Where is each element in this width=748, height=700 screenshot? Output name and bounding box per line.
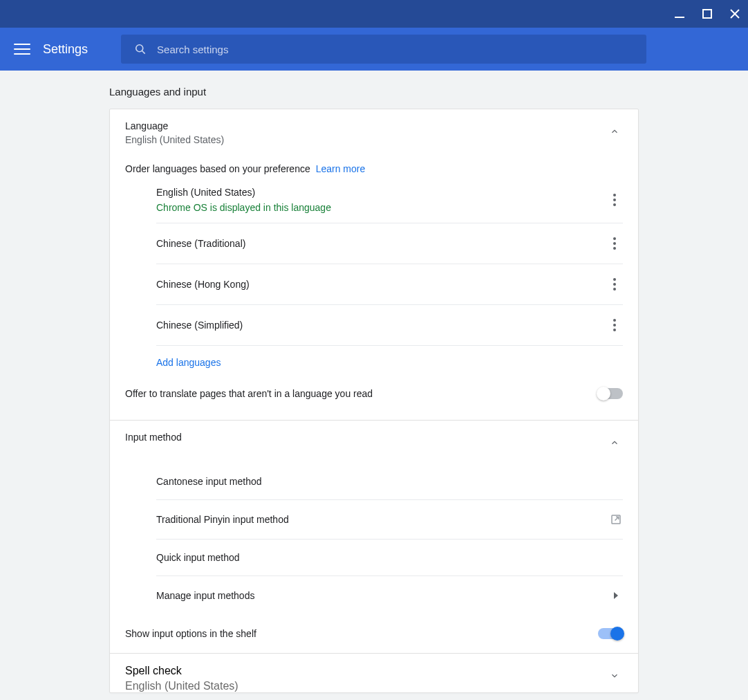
- language-item: Chinese (Hong Kong): [156, 264, 623, 305]
- language-section-header[interactable]: Language English (United States): [110, 109, 638, 155]
- language-name: English (United States): [156, 187, 331, 198]
- search-input[interactable]: [157, 44, 634, 55]
- window-titlebar: [0, 0, 748, 28]
- settings-card: Language English (United States) Order l…: [109, 109, 639, 693]
- translate-toggle-label: Offer to translate pages that aren't in …: [125, 388, 373, 399]
- more-icon[interactable]: [606, 274, 623, 295]
- app-header: Settings: [0, 28, 748, 71]
- language-section-title: Language: [125, 120, 224, 131]
- app-title: Settings: [43, 42, 88, 57]
- language-item: Chinese (Simplified): [156, 305, 623, 346]
- language-name: Chinese (Traditional): [156, 238, 245, 249]
- svg-point-2: [136, 45, 143, 52]
- language-list: English (United States) Chrome OS is dis…: [141, 183, 638, 346]
- chevron-down-icon: [606, 667, 623, 684]
- input-method-section-title: Input method: [125, 432, 182, 443]
- minimize-button[interactable]: [673, 8, 686, 20]
- input-method-section-header[interactable]: Input method: [110, 421, 638, 455]
- language-hint: Chrome OS is displayed in this language: [156, 202, 331, 213]
- add-languages-button[interactable]: Add languages: [156, 346, 623, 376]
- open-in-new-icon[interactable]: [609, 513, 623, 526]
- language-name: Chinese (Simplified): [156, 320, 243, 331]
- svg-rect-0: [675, 17, 684, 18]
- shelf-toggle-row: Show input options in the shelf: [110, 615, 638, 653]
- input-method-item[interactable]: Manage input methods: [156, 576, 623, 615]
- arrow-right-icon: [609, 589, 623, 602]
- language-section-body: Order languages based on your preference…: [110, 155, 638, 420]
- translate-toggle-row: Offer to translate pages that aren't in …: [110, 376, 638, 413]
- close-button[interactable]: [729, 8, 741, 20]
- more-icon[interactable]: [606, 190, 623, 210]
- maximize-button[interactable]: [701, 8, 713, 20]
- svg-rect-1: [703, 10, 711, 18]
- chevron-up-icon: [606, 434, 623, 451]
- input-method-item[interactable]: Cantonese input method: [156, 459, 623, 500]
- input-method-item[interactable]: Traditional Pinyin input method: [156, 500, 623, 540]
- spell-check-section-header[interactable]: Spell check English (United States): [110, 654, 638, 692]
- language-item: English (United States) Chrome OS is dis…: [156, 183, 623, 223]
- learn-more-link[interactable]: Learn more: [316, 163, 366, 174]
- language-name: Chinese (Hong Kong): [156, 279, 250, 290]
- shelf-toggle-label: Show input options in the shelf: [125, 628, 256, 639]
- input-method-list: Cantonese input method Traditional Pinyi…: [141, 455, 638, 615]
- menu-icon[interactable]: [14, 41, 30, 57]
- search-box[interactable]: [121, 35, 646, 64]
- spell-check-subtitle: English (United States): [125, 680, 239, 692]
- spell-check-title: Spell check: [125, 665, 239, 677]
- order-languages-row: Order languages based on your preference…: [110, 155, 638, 183]
- more-icon[interactable]: [606, 233, 623, 254]
- search-icon: [133, 42, 147, 56]
- input-method-name: Manage input methods: [156, 590, 254, 601]
- translate-toggle[interactable]: [598, 388, 623, 399]
- content-area: Languages and input Language English (Un…: [0, 71, 748, 700]
- more-icon[interactable]: [606, 315, 623, 335]
- page-title: Languages and input: [109, 86, 639, 98]
- chevron-up-icon: [606, 123, 623, 140]
- input-method-name: Quick input method: [156, 552, 240, 563]
- input-method-name: Cantonese input method: [156, 476, 262, 487]
- input-method-item[interactable]: Quick input method: [156, 540, 623, 576]
- input-method-name: Traditional Pinyin input method: [156, 514, 289, 525]
- language-item: Chinese (Traditional): [156, 223, 623, 264]
- shelf-toggle[interactable]: [598, 628, 623, 639]
- order-languages-text: Order languages based on your preference: [125, 163, 310, 174]
- language-section-subtitle: English (United States): [125, 134, 224, 145]
